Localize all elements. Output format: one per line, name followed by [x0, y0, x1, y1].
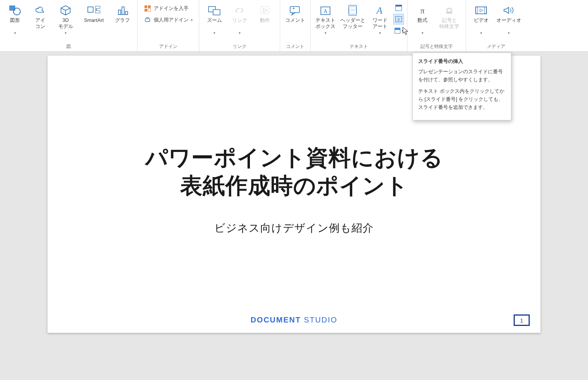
chevron-down-icon: ▾	[402, 29, 404, 33]
shapes-button[interactable]: 図形 ▾	[3, 2, 27, 37]
video-label: ビデオ	[474, 17, 489, 30]
chart-button[interactable]: グラフ	[110, 2, 134, 32]
link-icon	[234, 3, 245, 17]
object-button[interactable]: ▾	[393, 25, 404, 36]
svg-text:A: A	[324, 8, 328, 14]
action-icon	[260, 3, 270, 17]
video-icon	[475, 3, 488, 17]
slide-title[interactable]: パワーポイント資料における 表紙作成時のポイント	[145, 144, 443, 199]
group-media-label: メディア	[469, 43, 523, 51]
tooltip-title: スライド番号の挿入	[418, 58, 506, 66]
svg-rect-15	[213, 10, 220, 15]
link-label: リンク	[232, 17, 247, 30]
my-addins-button[interactable]: 個人用アドイン ▾	[142, 15, 194, 25]
cube-icon	[59, 3, 72, 17]
slide-logo-bold: DOCUMENT	[251, 316, 301, 324]
chevron-down-icon: ▾	[480, 31, 482, 35]
editor-stage: パワーポイント資料における 表紙作成時のポイント ビジネス向けデザイン例も紹介 …	[0, 52, 588, 380]
svg-text:A: A	[376, 5, 383, 16]
my-addins-icon	[144, 16, 151, 24]
comment-button[interactable]: コメント	[283, 2, 307, 32]
group-illustrations: 図形 ▾ アイ コン 3D モデル ▾ SmartArt	[0, 0, 138, 51]
smartart-label: SmartArt	[84, 17, 103, 30]
slide-number-button[interactable]: #	[393, 14, 404, 25]
header-footer-button[interactable]: ヘッダーと フッター	[339, 2, 366, 32]
group-text: A テキスト ボックス ▾ ヘッダーと フッター A ワード アート ▾	[310, 0, 407, 51]
group-text-label: テキスト	[314, 43, 404, 51]
audio-button[interactable]: オーディオ ▾	[494, 2, 523, 37]
chart-icon	[116, 3, 128, 17]
svg-text:Ω: Ω	[446, 6, 452, 15]
group-media: ビデオ ▾ オーディオ ▾ メディア	[466, 0, 526, 51]
3d-models-button[interactable]: 3D モデル ▾	[54, 2, 77, 37]
equation-button[interactable]: π 数式 ▾	[411, 2, 434, 37]
audio-icon	[503, 3, 515, 17]
shapes-icon	[8, 3, 21, 17]
chevron-down-icon: ▾	[191, 18, 193, 22]
tooltip-slide-number: スライド番号の挿入 プレゼンテーションのスライドに番号を付けて、参照しやすくしま…	[412, 53, 511, 120]
3d-models-label: 3D モデル	[58, 17, 73, 30]
slide-number-icon: #	[395, 15, 402, 23]
comment-icon	[289, 3, 301, 17]
smartart-icon	[87, 3, 101, 17]
icons-button[interactable]: アイ コン	[28, 2, 52, 32]
object-icon	[394, 27, 401, 35]
shapes-label: 図形	[10, 17, 20, 30]
symbol-icon: Ω	[443, 3, 455, 17]
svg-rect-17	[290, 7, 299, 13]
chevron-down-icon: ▾	[379, 31, 381, 35]
date-time-icon	[395, 4, 402, 12]
get-addins-button[interactable]: アドインを入手	[142, 4, 194, 13]
group-comments: コメント コメント	[280, 0, 310, 51]
svg-text:#: #	[397, 18, 400, 22]
smartart-button[interactable]: SmartArt	[79, 2, 109, 32]
chevron-down-icon: ▾	[14, 31, 16, 35]
wordart-button[interactable]: A ワード アート ▾	[368, 2, 392, 37]
svg-rect-5	[95, 11, 100, 13]
svg-rect-21	[349, 5, 356, 7]
tooltip-paragraph-1: プレゼンテーションのスライドに番号を付けて、参照しやすくします。	[418, 68, 506, 84]
chart-label: グラフ	[115, 17, 130, 30]
group-links-label: リンク	[202, 43, 277, 51]
textbox-button[interactable]: A テキスト ボックス ▾	[314, 2, 337, 37]
group-addins: アドインを入手 個人用アドイン ▾ アドイン	[138, 0, 199, 51]
action-button: 動作	[253, 2, 277, 32]
slide-logo-thin: STUDIO	[301, 316, 337, 324]
svg-rect-9	[145, 5, 147, 8]
slide-page-number[interactable]: 1	[514, 314, 530, 326]
group-symbols-label: 記号と特殊文字	[411, 43, 463, 51]
chevron-down-icon: ▾	[422, 31, 424, 35]
action-label: 動作	[260, 17, 270, 30]
chevron-down-icon: ▾	[508, 31, 510, 35]
header-footer-label: ヘッダーと フッター	[340, 17, 365, 30]
wordart-icon: A	[374, 3, 386, 17]
zoom-icon	[208, 3, 221, 17]
slide-subtitle[interactable]: ビジネス向けデザイン例も紹介	[214, 221, 374, 235]
zoom-label: ズーム	[207, 17, 222, 30]
svg-rect-16	[261, 7, 269, 13]
svg-rect-6	[118, 10, 121, 15]
textbox-label: テキスト ボックス	[315, 17, 335, 30]
video-button[interactable]: ビデオ ▾	[469, 2, 493, 37]
svg-rect-12	[148, 9, 151, 12]
slide-logo: DOCUMENT STUDIO	[251, 316, 338, 324]
svg-rect-11	[145, 9, 147, 12]
symbol-button: Ω 記号と 特殊文字	[436, 2, 463, 32]
zoom-button[interactable]: ズーム ▾	[202, 2, 226, 37]
textbox-icon: A	[320, 3, 331, 17]
text-mini-column: # ▾	[393, 2, 404, 36]
store-icon	[144, 5, 151, 12]
equation-label: 数式	[417, 17, 427, 30]
chevron-down-icon: ▾	[214, 31, 215, 35]
header-footer-icon	[347, 3, 358, 17]
group-comments-label: コメント	[283, 43, 307, 51]
chevron-down-icon: ▾	[325, 31, 327, 35]
svg-rect-7	[122, 7, 124, 15]
svg-rect-4	[95, 6, 100, 8]
my-addins-label: 個人用アドイン	[154, 16, 189, 23]
icons-label: アイ コン	[35, 17, 45, 30]
date-time-button[interactable]	[393, 2, 404, 13]
get-addins-label: アドインを入手	[154, 5, 189, 12]
svg-point-1	[13, 8, 20, 15]
svg-rect-22	[349, 13, 356, 15]
